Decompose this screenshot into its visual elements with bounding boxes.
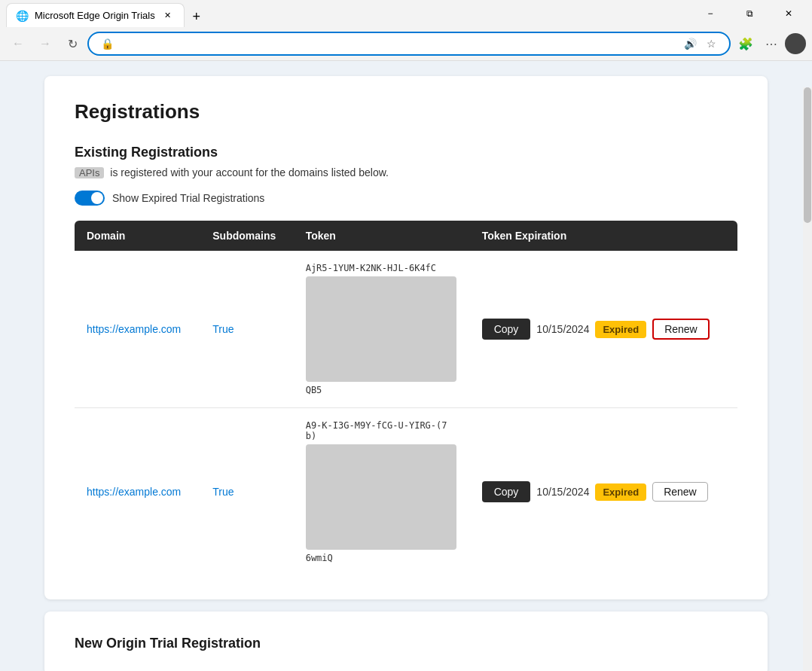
token-cell-1: AjR5-1YUM-K2NK-HJL-6K4fC QB5 [294,251,470,408]
window-controls: − ⧉ ✕ [693,2,806,25]
read-aloud-icon[interactable]: 🔊 [681,35,699,53]
scrollbar-thumb[interactable] [804,87,811,223]
existing-description: APIs is registered with your account for… [75,166,737,178]
address-bar-row: ← → ↻ 🔒 🔊 ☆ 🧩 ⋯ [0,27,812,60]
domain-cell-1: https://example.com [75,251,200,408]
description-suffix: is registered with your account for the … [110,166,389,178]
copy-button-1[interactable]: Copy [482,319,531,340]
expired-badge-1: Expired [595,321,646,338]
table-row: https://example.com True A9-K-I3G-M9Y-fC… [75,408,737,576]
page-content: Registrations Existing Registrations API… [0,61,812,671]
restore-button[interactable]: ⧉ [732,2,767,25]
copy-button-2[interactable]: Copy [482,481,531,502]
token-blurred-2 [306,444,456,550]
extensions-button[interactable]: 🧩 [734,32,758,56]
more-button[interactable]: ⋯ [759,32,783,56]
table-row: https://example.com True AjR5-1YUM-K2NK-… [75,251,737,408]
existing-registrations-title: Existing Registrations [75,145,737,160]
subdomains-cell-2: True [200,408,293,576]
registrations-table: Domain Subdomains Token Token Expiration… [75,221,737,575]
expiry-date-1: 10/15/2024 [536,323,589,335]
expired-badge-2: Expired [595,483,646,501]
browser-chrome: 🌐 Microsoft Edge Origin Trials ✕ + − ⧉ ✕… [0,0,812,61]
domain-link-1[interactable]: https://example.com [87,323,181,335]
tab-favicon-icon: 🌐 [16,10,29,22]
domain-cell-2: https://example.com [75,408,200,576]
minimize-button[interactable]: − [693,2,728,25]
lock-icon: 🔒 [98,35,116,53]
tab-title: Microsoft Edge Origin Trials [35,10,155,21]
back-button[interactable]: ← [6,32,30,56]
token-suffix-2: 6wmiQ [306,553,458,563]
col-expiration: Token Expiration [470,221,737,251]
address-bar[interactable]: 🔒 🔊 ☆ [87,32,731,56]
address-bar-icons: 🔊 ☆ [681,35,720,53]
token-suffix-1: QB5 [306,385,458,395]
action-group-1: Copy 10/15/2024 Expired Renew [482,319,725,340]
tab-close-icon[interactable]: ✕ [161,9,175,23]
new-tab-button[interactable]: + [186,6,207,27]
token-prefix-2: A9-K-I3G-M9Y-fCG-U-YIRG-(7b) [306,420,458,441]
token-prefix-1: AjR5-1YUM-K2NK-HJL-6K4fC [306,263,458,273]
token-blurred-1 [306,276,456,382]
browser-tab[interactable]: 🌐 Microsoft Edge Origin Trials ✕ [6,3,185,27]
table-header: Domain Subdomains Token Token Expiration [75,221,737,251]
toggle-row: Show Expired Trial Registrations [75,191,737,206]
table-body: https://example.com True AjR5-1YUM-K2NK-… [75,251,737,575]
domain-link-2[interactable]: https://example.com [87,486,181,498]
token-cell-2: A9-K-I3G-M9Y-fCG-U-YIRG-(7b) 6wmiQ [294,408,470,576]
browser-tools: 🧩 ⋯ [734,32,806,56]
action-cell-1: Copy 10/15/2024 Expired Renew [470,251,737,408]
col-subdomains: Subdomains [200,221,293,251]
new-registration-section: New Origin Trial Registration [44,612,768,671]
subdomains-cell-1: True [200,251,293,408]
forward-button[interactable]: → [33,32,57,56]
page-title: Registrations [75,100,737,124]
profile-button[interactable] [785,33,806,54]
toggle-label: Show Expired Trial Registrations [112,192,264,204]
url-input[interactable] [121,38,676,50]
api-tag: APIs [75,167,104,178]
favorites-icon[interactable]: ☆ [702,35,720,53]
expiry-date-2: 10/15/2024 [536,486,589,498]
renew-button-1[interactable]: Renew [652,319,710,340]
close-button[interactable]: ✕ [771,2,806,25]
action-group-2: Copy 10/15/2024 Expired Renew [482,481,725,502]
renew-button-2[interactable]: Renew [652,482,708,502]
col-token: Token [294,221,470,251]
new-section-title: New Origin Trial Registration [75,636,737,651]
scrollbar-track [803,87,812,671]
refresh-button[interactable]: ↻ [60,32,84,56]
title-bar: 🌐 Microsoft Edge Origin Trials ✕ + − ⧉ ✕ [0,0,812,27]
col-domain: Domain [75,221,200,251]
tabs-bar: 🌐 Microsoft Edge Origin Trials ✕ + [6,0,690,27]
registrations-card: Registrations Existing Registrations API… [44,76,768,599]
expired-toggle[interactable] [75,191,105,206]
action-cell-2: Copy 10/15/2024 Expired Renew [470,408,737,576]
